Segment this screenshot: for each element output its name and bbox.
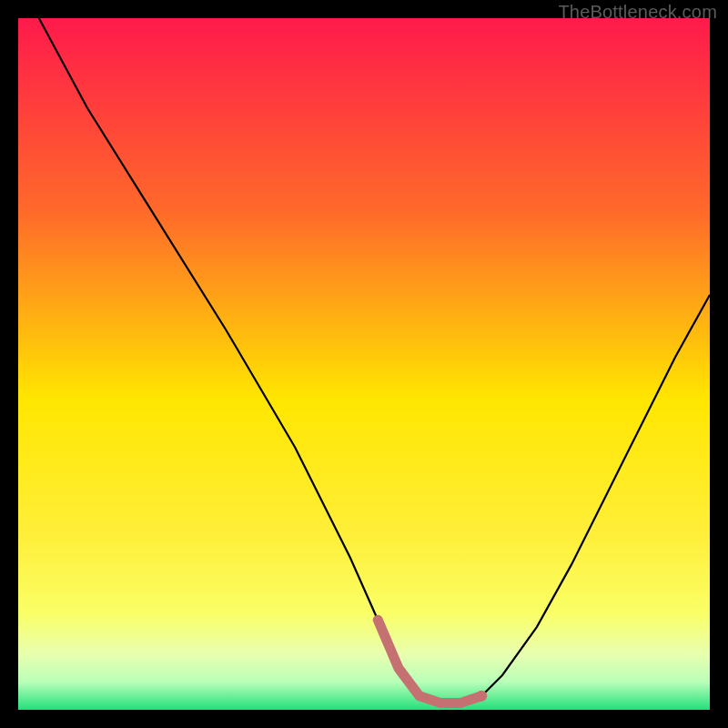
plot-area xyxy=(18,18,710,710)
bottleneck-curve xyxy=(39,18,710,703)
curve-highlight xyxy=(378,620,481,703)
curve-layer xyxy=(18,18,710,710)
chart-stage: TheBottleneck.com xyxy=(0,0,728,728)
curve-highlight-end-dot xyxy=(476,691,487,702)
